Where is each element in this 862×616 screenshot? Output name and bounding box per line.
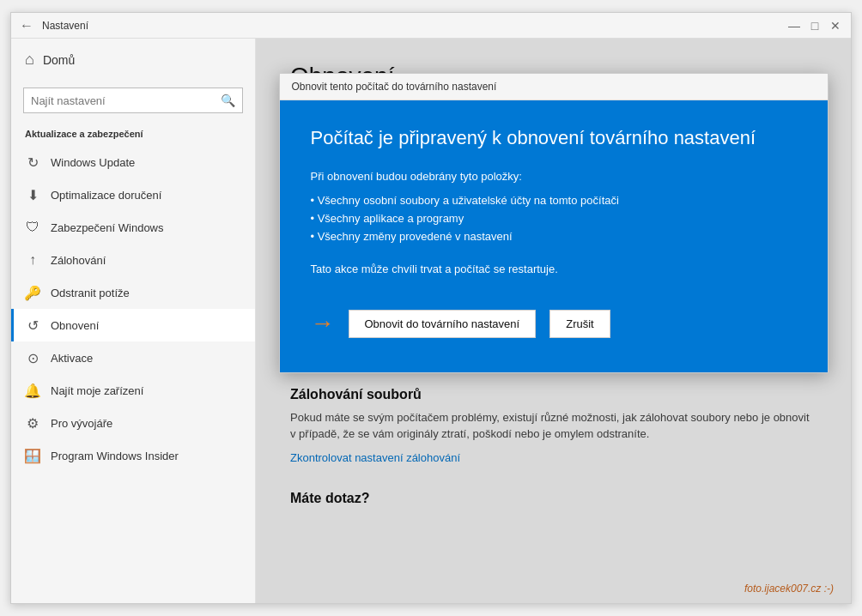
titlebar: ← Nastavení — □ ✕ [11, 13, 851, 39]
window-controls: — □ ✕ [787, 19, 842, 33]
arrow-icon: → [311, 310, 335, 337]
sidebar-item-label: Aktivace [51, 352, 93, 365]
dialog-subtitle: Při obnovení budou odebrány tyto položky… [311, 170, 797, 183]
odstranit-icon: 🔑 [25, 285, 40, 300]
sidebar-item-pro-vyvojare[interactable]: ⚙ Pro vývojáře [11, 407, 255, 439]
main-panel: Obnovení Obnovit počítač do továrního na… [256, 39, 851, 603]
sidebar-section-title: Aktualizace a zabezpečení [11, 124, 255, 146]
home-icon: ⌂ [25, 51, 34, 69]
sidebar-item-zabezpeceni[interactable]: 🛡 Zabezpečení Windows [11, 211, 255, 244]
list-item: Všechny aplikace a programy [311, 209, 797, 227]
cancel-button[interactable]: Zrušit [549, 310, 610, 338]
minimize-button[interactable]: — [787, 19, 801, 33]
dialog-body: Počítač je připravený k obnovení tovární… [280, 100, 828, 372]
sidebar-item-najit-zarizeni[interactable]: 🔔 Najít moje zařízení [11, 374, 255, 407]
sidebar-item-label: Zálohování [51, 254, 106, 267]
aktivace-icon: ⊙ [25, 350, 40, 365]
zalohovani-icon: ↑ [25, 252, 40, 268]
search-input[interactable] [24, 89, 214, 112]
sidebar: ⌂ Domů 🔍 Aktualizace a zabezpečení ↻ Win… [11, 39, 256, 603]
najit-icon: 🔔 [25, 383, 40, 398]
sidebar-item-label: Optimalizace doručení [51, 189, 161, 202]
obnoveni-icon: ↺ [25, 317, 40, 333]
reset-dialog: Obnovit tento počítač do továrního nasta… [279, 73, 829, 373]
sidebar-item-zalohovani[interactable]: ↑ Zálohování [11, 244, 255, 276]
sidebar-item-label: Program Windows Insider [51, 450, 179, 462]
windows-update-icon: ↻ [25, 154, 40, 170]
sidebar-item-label: Zabezpečení Windows [51, 221, 164, 234]
optimalizace-icon: ⬇ [25, 187, 40, 202]
sidebar-item-label: Najít moje zařízení [51, 384, 143, 397]
sidebar-item-home[interactable]: ⌂ Domů [11, 39, 255, 81]
back-button[interactable]: ← [20, 18, 33, 33]
sidebar-item-windows-update[interactable]: ↻ Windows Update [11, 146, 255, 178]
search-box: 🔍 [23, 88, 243, 113]
vyvojar-icon: ⚙ [25, 415, 40, 431]
dialog-titlebar: Obnovit tento počítač do továrního nasta… [280, 74, 828, 100]
window-title: Nastavení [42, 20, 88, 32]
home-label: Domů [43, 53, 75, 67]
dialog-overlay: Obnovit tento počítač do továrního nasta… [256, 39, 851, 603]
sidebar-item-aktivace[interactable]: ⊙ Aktivace [11, 341, 255, 374]
sidebar-item-obnoveni[interactable]: ↺ Obnovení [11, 309, 255, 341]
search-icon: 🔍 [214, 88, 242, 112]
settings-window: ← Nastavení — □ ✕ ⌂ Domů 🔍 Aktualizace a… [10, 12, 852, 604]
dialog-footer: → Obnovit do továrního nastavení Zrušit [311, 301, 797, 338]
list-item: Všechny změny provedené v nastavení [311, 227, 797, 245]
sidebar-item-windows-insider[interactable]: 🪟 Program Windows Insider [11, 439, 255, 472]
sidebar-item-odstranit[interactable]: 🔑 Odstranit potíže [11, 276, 255, 309]
sidebar-item-optimalizace[interactable]: ⬇ Optimalizace doručení [11, 178, 255, 211]
sidebar-item-label: Odstranit potíže [51, 287, 130, 299]
confirm-reset-button[interactable]: Obnovit do továrního nastavení [349, 310, 537, 338]
sidebar-item-label: Windows Update [51, 156, 135, 169]
restore-button[interactable]: □ [808, 19, 822, 33]
insider-icon: 🪟 [25, 448, 40, 463]
content-area: ⌂ Domů 🔍 Aktualizace a zabezpečení ↻ Win… [11, 39, 851, 603]
dialog-main-title: Počítač je připravený k obnovení tovární… [311, 126, 797, 151]
sidebar-item-label: Pro vývojáře [51, 417, 112, 430]
sidebar-item-label: Obnovení [51, 319, 99, 332]
dialog-list: Všechny osobní soubory a uživatelské účt… [311, 191, 797, 245]
dialog-note: Tato akce může chvíli trvat a počítač se… [311, 263, 797, 275]
close-button[interactable]: ✕ [829, 19, 842, 33]
list-item: Všechny osobní soubory a uživatelské účt… [311, 191, 797, 209]
zabezpeceni-icon: 🛡 [25, 220, 40, 235]
